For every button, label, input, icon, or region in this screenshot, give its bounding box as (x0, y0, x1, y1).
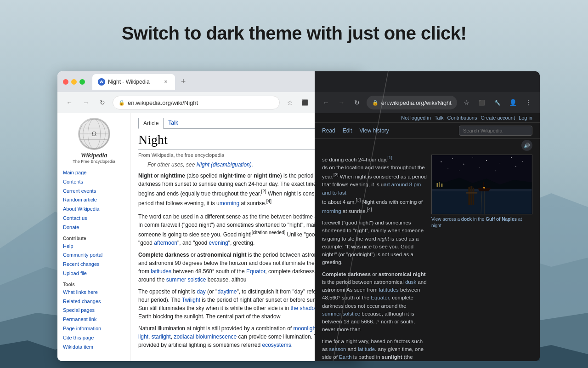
tab-article[interactable]: Article (138, 118, 164, 129)
link-starlight[interactable]: starlight (152, 334, 171, 340)
link-equator[interactable]: Equator (246, 268, 265, 275)
sidebar-link-random[interactable]: Random article (63, 196, 125, 205)
sidebar-link-donate[interactable]: Donate (63, 223, 125, 232)
lock-icon: 🔒 (119, 100, 125, 106)
sidebar-link-whatlinks[interactable]: What links here (63, 288, 125, 297)
link-latitudes[interactable]: latitudes (151, 268, 171, 275)
link-shadow[interactable]: the shadow (290, 305, 318, 311)
sidebar-link-contents[interactable]: Contents (63, 178, 125, 187)
svg-text:Ω: Ω (91, 131, 96, 138)
sidebar-link-special[interactable]: Special pages (63, 306, 125, 315)
link-afternoon[interactable]: afternoon (154, 240, 177, 246)
dark-link-1[interactable]: art around 8 pm and to last (322, 182, 421, 195)
sidebar-link-help[interactable]: Help (63, 242, 125, 251)
svg-point-13 (452, 158, 453, 159)
svg-rect-28 (468, 187, 470, 205)
svg-point-36 (483, 187, 485, 189)
tab-close-button[interactable]: ✕ (162, 78, 170, 86)
dark-contributions-link[interactable]: Contributions (447, 115, 477, 121)
dark-link-earth[interactable]: Earth (339, 354, 352, 360)
sidebar-link-permanent[interactable]: Permanent link (63, 315, 125, 324)
tools-label: Tools (63, 282, 125, 287)
sidebar-link-recent[interactable]: Recent changes (63, 260, 125, 269)
dark-account-icon[interactable]: 👤 (507, 96, 519, 109)
maximize-button[interactable] (79, 79, 85, 85)
dark-login-link[interactable]: Log in (519, 115, 532, 121)
link-morning[interactable]: morning (220, 200, 239, 207)
dark-wiki-body: se during each 24-hour day.[1]ds on the … (315, 151, 540, 361)
address-bar[interactable]: 🔒 en.wikipedia.org/wiki/Night (113, 96, 280, 109)
sidebar-link-about[interactable]: About Wikipedia (63, 205, 125, 214)
sidebar-link-related[interactable]: Related changes (63, 297, 125, 306)
dark-back-button[interactable]: ← (320, 96, 332, 109)
dark-browser-side: ← → ↻ 🔒 en.wikipedia.org/wiki/Night ☆ ⬛ … (315, 71, 540, 361)
sidebar-link-community[interactable]: Community portal (63, 251, 125, 260)
sidebar-link-current[interactable]: Current events (63, 187, 125, 196)
url-text: en.wikipedia.org/wiki/Night (128, 99, 198, 106)
link-solstice[interactable]: summer solstice (166, 276, 206, 283)
dark-talk-link[interactable]: Talk (435, 115, 444, 121)
link-evening[interactable]: evening (209, 240, 228, 246)
new-tab-button[interactable]: + (177, 75, 190, 88)
dark-tab-read[interactable]: Read (322, 127, 335, 134)
dark-link-season[interactable]: season (329, 346, 346, 352)
night-scene-svg (432, 155, 532, 214)
dark-tab-history[interactable]: View history (359, 127, 389, 134)
sidebar-link-upload[interactable]: Upload file (63, 269, 125, 278)
svg-rect-39 (441, 184, 442, 187)
svg-rect-29 (470, 186, 472, 205)
sidebar-link-pageinfo[interactable]: Page information (63, 324, 125, 334)
extension1-icon[interactable]: ⬛ (298, 96, 311, 109)
back-button[interactable]: ← (63, 96, 76, 109)
dark-link-dusk[interactable]: dusk (405, 279, 416, 285)
sidebar-link-wikidata[interactable]: Wikidata item (63, 343, 125, 352)
svg-rect-30 (473, 188, 474, 205)
tab-title: Night - Wikipedia (108, 79, 150, 85)
svg-rect-37 (437, 183, 438, 187)
sidebar-link-contact[interactable]: Contact us (63, 214, 125, 223)
link-day[interactable]: day (197, 288, 205, 295)
sidebar-link-main[interactable]: Main page (63, 168, 125, 178)
svg-point-12 (441, 161, 441, 162)
dark-tab-edit[interactable]: Edit (343, 127, 352, 134)
forward-button[interactable]: → (79, 96, 92, 109)
dark-address-bar[interactable]: 🔒 en.wikipedia.org/wiki/Night (367, 96, 457, 109)
svg-rect-38 (439, 182, 440, 187)
link-bioluminescence[interactable]: bioluminescence (196, 334, 237, 340)
dark-link-lat[interactable]: latitudes (379, 287, 399, 293)
dark-menu-icon[interactable]: ⋮ (522, 96, 534, 109)
minimize-button[interactable] (71, 79, 77, 85)
dark-bookmark-icon[interactable]: ☆ (461, 96, 473, 109)
svg-point-24 (515, 166, 516, 167)
browser-tab[interactable]: W Night - Wikipedia ✕ (92, 74, 175, 90)
dark-extension1-icon[interactable]: ⬛ (476, 96, 488, 109)
sidebar-link-cite[interactable]: Cite this page (63, 334, 125, 343)
dark-link-eq[interactable]: Equator (371, 295, 389, 300)
dark-extension2-icon[interactable]: 🔧 (492, 96, 503, 109)
speaker-icon[interactable]: 🔊 (521, 140, 532, 151)
dark-link-sol[interactable]: summer solstice (322, 311, 360, 316)
link-daytime[interactable]: daytime (217, 288, 237, 295)
link-zodiacal[interactable]: zodiacal (174, 334, 194, 340)
svg-rect-33 (483, 182, 484, 188)
dark-side-inner: ← → ↻ 🔒 en.wikipedia.org/wiki/Night ☆ ⬛ … (315, 71, 540, 361)
link-moonlight[interactable]: moonlight (294, 325, 317, 332)
dark-search-input[interactable] (459, 126, 532, 136)
svg-point-14 (464, 164, 464, 165)
browser-window: W Night - Wikipedia ✕ + ← → ↻ 🔒 en.wikip… (57, 71, 540, 361)
wiki-tagline: The Free Encyclopedia (63, 159, 125, 164)
link-ecosystems[interactable]: ecosystems (262, 342, 291, 348)
dark-link-morning[interactable]: morning (322, 208, 341, 214)
tab-talk[interactable]: Talk (164, 118, 182, 128)
dark-forward-button[interactable]: → (336, 96, 348, 109)
refresh-button[interactable]: ↻ (96, 96, 109, 109)
dark-link-lat2[interactable]: latitude (358, 346, 375, 352)
svg-point-15 (473, 157, 473, 157)
bookmark-icon[interactable]: ☆ (283, 96, 296, 109)
link-twilight[interactable]: Twilight (182, 297, 200, 303)
dark-refresh-button[interactable]: ↻ (351, 96, 363, 109)
dark-chrome-bar (315, 71, 540, 92)
close-button[interactable] (63, 79, 68, 85)
dark-create-account-link[interactable]: Create account (481, 115, 515, 121)
disambiguation-link[interactable]: Night (disambiguation) (197, 161, 252, 168)
